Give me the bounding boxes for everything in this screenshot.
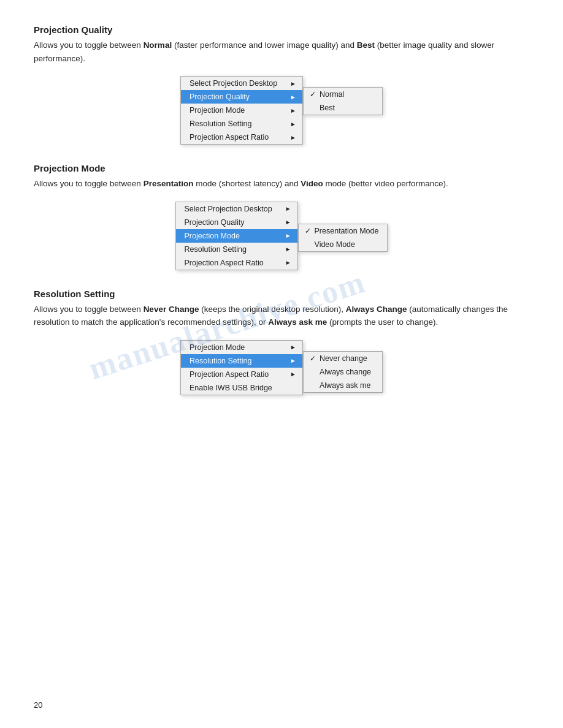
menu3-item-1-label: Resolution Setting bbox=[190, 357, 251, 365]
section2-text3: mode (better video performance). bbox=[323, 179, 448, 188]
menu2-container: Select Projection Desktop ► Projection Q… bbox=[34, 202, 529, 270]
menu1-item-2-arrow: ► bbox=[290, 107, 296, 114]
section3-title: Resolution Setting bbox=[34, 289, 529, 299]
section-projection-quality: Projection Quality Allows you to toggle … bbox=[34, 25, 529, 145]
section1-text1: Allows you to toggle between bbox=[34, 40, 144, 50]
menu1-item-3-label: Resolution Setting bbox=[190, 119, 251, 128]
menu2-item-2-label: Projection Mode bbox=[185, 232, 240, 240]
menu2-item-3: Resolution Setting ► bbox=[176, 243, 297, 256]
menu1-item-0-arrow: ► bbox=[290, 80, 296, 87]
menu2-submenu: ✓ Presentation Mode Video Mode bbox=[298, 224, 388, 252]
menu3-item-3: Enable IWB USB Bridge bbox=[181, 381, 302, 395]
menu3-sub-0-check: ✓ bbox=[310, 354, 320, 363]
menu3-item-0: Projection Mode ► bbox=[181, 341, 302, 354]
menu2-item-4-arrow: ► bbox=[285, 259, 291, 266]
menu1-item-1-label: Projection Quality bbox=[190, 93, 250, 101]
menu3-submenu: ✓ Never change Always change Always ask … bbox=[303, 351, 383, 393]
menu2-sub-0-label: Presentation Mode bbox=[315, 227, 379, 235]
menu3-item-2: Projection Aspect Ratio ► bbox=[181, 368, 302, 381]
menu3-item-2-arrow: ► bbox=[290, 371, 296, 377]
section1-bold2: Best bbox=[357, 40, 375, 50]
menu1-item-2: Projection Mode ► bbox=[181, 104, 302, 117]
section3-text1: Allows you to toggle between bbox=[34, 305, 144, 314]
menu1-item-2-label: Projection Mode bbox=[190, 106, 245, 115]
menu3-wrap: Projection Mode ► Resolution Setting ► P… bbox=[180, 340, 383, 395]
menu1-item-4-label: Projection Aspect Ratio bbox=[190, 133, 269, 142]
menu1-panel: Select Projection Desktop ► Projection Q… bbox=[180, 76, 303, 145]
menu3-sub-0: ✓ Never change bbox=[304, 352, 382, 365]
menu2-item-1-label: Projection Quality bbox=[185, 218, 245, 227]
menu3-sub-1-check bbox=[310, 368, 320, 376]
section3-text4: (prompts the user to change). bbox=[327, 317, 438, 327]
menu2-item-3-label: Resolution Setting bbox=[185, 245, 247, 254]
menu2-item-3-arrow: ► bbox=[285, 246, 291, 252]
menu3-item-1: Resolution Setting ► bbox=[181, 354, 302, 368]
menu2-sub-1-check bbox=[305, 240, 315, 249]
section2-bold2: Video bbox=[301, 179, 323, 188]
menu1-item-4-arrow: ► bbox=[290, 134, 296, 141]
menu1-item-4: Projection Aspect Ratio ► bbox=[181, 131, 302, 144]
menu1-submenu: ✓ Normal Best bbox=[303, 87, 383, 115]
section2-text2: mode (shortest latency) and bbox=[193, 179, 301, 188]
menu3-container: Projection Mode ► Resolution Setting ► P… bbox=[34, 340, 529, 395]
menu1-sub-0-check: ✓ bbox=[310, 90, 320, 99]
menu3-item-3-label: Enable IWB USB Bridge bbox=[190, 384, 272, 392]
section-resolution-setting: Resolution Setting Allows you to toggle … bbox=[34, 289, 529, 395]
menu2-item-0: Select Projection Desktop ► bbox=[176, 202, 297, 216]
menu3-item-0-arrow: ► bbox=[290, 344, 296, 351]
menu2-wrap: Select Projection Desktop ► Projection Q… bbox=[175, 202, 388, 270]
menu3-sub-1: Always change bbox=[304, 365, 382, 379]
menu2-sub-0-check: ✓ bbox=[305, 227, 315, 235]
section2-body: Allows you to toggle between Presentatio… bbox=[34, 177, 529, 191]
menu3-item-0-label: Projection Mode bbox=[190, 343, 245, 352]
menu2-item-0-arrow: ► bbox=[285, 205, 291, 212]
page-number: 20 bbox=[34, 700, 42, 710]
menu3-item-1-arrow: ► bbox=[290, 357, 296, 364]
section3-bold1: Never Change bbox=[144, 305, 199, 314]
menu1-item-0: Select Projection Desktop ► bbox=[181, 77, 302, 90]
menu1-sub-1: Best bbox=[304, 101, 382, 115]
menu1-item-0-label: Select Projection Desktop bbox=[190, 79, 277, 88]
menu2-item-1-arrow: ► bbox=[285, 219, 291, 226]
menu1-sub-1-label: Best bbox=[320, 104, 335, 112]
section2-bold1: Presentation bbox=[144, 179, 194, 188]
menu2-item-2: Projection Mode ► bbox=[176, 229, 297, 243]
section1-bold1: Normal bbox=[144, 40, 172, 50]
menu2-item-2-arrow: ► bbox=[285, 232, 291, 239]
menu2-item-4: Projection Aspect Ratio ► bbox=[176, 256, 297, 270]
menu3-sub-2-label: Always ask me bbox=[320, 381, 370, 390]
menu2-item-0-label: Select Projection Desktop bbox=[185, 205, 272, 213]
menu2-item-1: Projection Quality ► bbox=[176, 216, 297, 229]
menu1-sub-1-check bbox=[310, 104, 320, 112]
menu1-sub-0: ✓ Normal bbox=[304, 88, 382, 101]
menu1-container: Select Projection Desktop ► Projection Q… bbox=[34, 76, 529, 145]
section3-bold2: Always Change bbox=[346, 305, 407, 314]
section3-text2: (keeps the original desktop resolution), bbox=[199, 305, 345, 314]
section-projection-mode: Projection Mode Allows you to toggle bet… bbox=[34, 163, 529, 270]
section3-bold3: Always ask me bbox=[268, 317, 327, 327]
section2-text1: Allows you to toggle between bbox=[34, 179, 144, 188]
section2-title: Projection Mode bbox=[34, 163, 529, 173]
menu2-sub-0: ✓ Presentation Mode bbox=[299, 224, 388, 238]
menu2-sub-1-label: Video Mode bbox=[315, 240, 356, 249]
menu3-sub-2: Always ask me bbox=[304, 379, 382, 392]
menu1-wrap: Select Projection Desktop ► Projection Q… bbox=[180, 76, 383, 145]
menu1-item-3-arrow: ► bbox=[290, 121, 296, 127]
menu2-item-4-label: Projection Aspect Ratio bbox=[185, 259, 264, 267]
menu3-panel: Projection Mode ► Resolution Setting ► P… bbox=[180, 340, 303, 395]
section1-text2: (faster performance and lower image qual… bbox=[172, 40, 357, 50]
menu3-sub-1-label: Always change bbox=[320, 368, 371, 376]
section1-title: Projection Quality bbox=[34, 25, 529, 35]
menu2-panel: Select Projection Desktop ► Projection Q… bbox=[175, 202, 298, 270]
menu1-item-1-arrow: ► bbox=[290, 94, 296, 100]
section1-body: Allows you to toggle between Normal (fas… bbox=[34, 39, 529, 65]
section3-body: Allows you to toggle between Never Chang… bbox=[34, 303, 529, 329]
menu1-sub-0-label: Normal bbox=[320, 90, 344, 99]
menu1-item-1: Projection Quality ► bbox=[181, 90, 302, 104]
menu3-sub-0-label: Never change bbox=[320, 354, 367, 363]
menu1-item-3: Resolution Setting ► bbox=[181, 117, 302, 131]
menu3-sub-2-check bbox=[310, 381, 320, 390]
menu3-item-2-label: Projection Aspect Ratio bbox=[190, 370, 269, 379]
menu2-sub-1: Video Mode bbox=[299, 238, 388, 251]
